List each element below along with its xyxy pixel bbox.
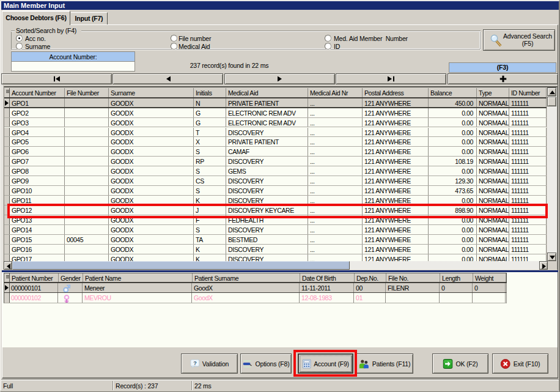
svg-text:?: ? bbox=[193, 360, 196, 366]
